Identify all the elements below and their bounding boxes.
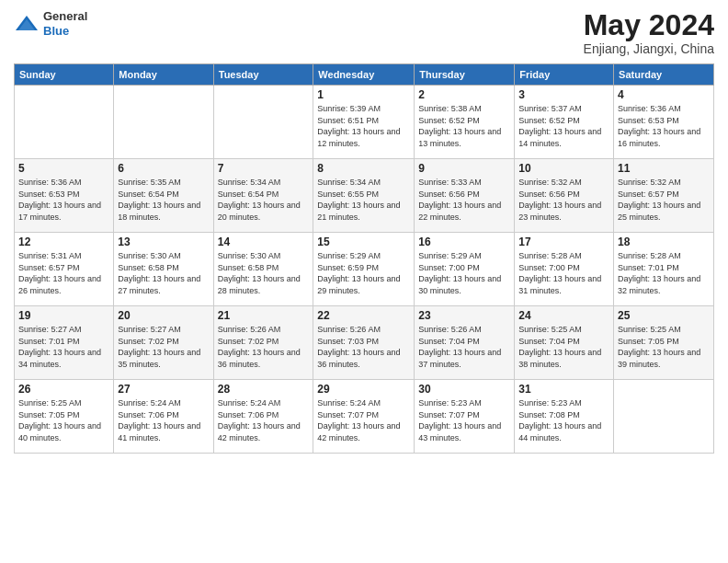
cell-3-6: 25Sunrise: 5:25 AM Sunset: 7:05 PM Dayli… bbox=[614, 306, 714, 380]
cell-4-2: 28Sunrise: 5:24 AM Sunset: 7:06 PM Dayli… bbox=[213, 380, 313, 454]
col-monday: Monday bbox=[114, 64, 213, 86]
day-info: Sunrise: 5:24 AM Sunset: 7:07 PM Dayligh… bbox=[317, 397, 410, 443]
day-number: 3 bbox=[518, 88, 609, 101]
cell-1-5: 10Sunrise: 5:32 AM Sunset: 6:56 PM Dayli… bbox=[515, 159, 614, 233]
cell-0-6: 4Sunrise: 5:36 AM Sunset: 6:53 PM Daylig… bbox=[614, 86, 714, 159]
day-info: Sunrise: 5:32 AM Sunset: 6:56 PM Dayligh… bbox=[518, 177, 609, 223]
day-number: 27 bbox=[118, 383, 209, 396]
title-block: May 2024 Enjiang, Jiangxi, China bbox=[584, 9, 714, 56]
day-number: 20 bbox=[118, 309, 209, 322]
cell-4-4: 30Sunrise: 5:23 AM Sunset: 7:07 PM Dayli… bbox=[415, 380, 515, 454]
cell-0-1 bbox=[114, 86, 213, 159]
day-info: Sunrise: 5:38 AM Sunset: 6:52 PM Dayligh… bbox=[418, 103, 510, 149]
cell-0-2 bbox=[213, 86, 313, 159]
day-info: Sunrise: 5:26 AM Sunset: 7:02 PM Dayligh… bbox=[218, 324, 310, 370]
day-info: Sunrise: 5:27 AM Sunset: 7:01 PM Dayligh… bbox=[18, 324, 109, 370]
day-info: Sunrise: 5:30 AM Sunset: 6:58 PM Dayligh… bbox=[218, 250, 310, 296]
day-info: Sunrise: 5:37 AM Sunset: 6:52 PM Dayligh… bbox=[518, 103, 609, 149]
day-info: Sunrise: 5:24 AM Sunset: 7:06 PM Dayligh… bbox=[218, 397, 310, 443]
cell-4-6 bbox=[614, 380, 714, 454]
day-number: 5 bbox=[18, 162, 109, 175]
day-number: 31 bbox=[518, 383, 609, 396]
cell-2-2: 14Sunrise: 5:30 AM Sunset: 6:58 PM Dayli… bbox=[213, 233, 313, 306]
cell-2-4: 16Sunrise: 5:29 AM Sunset: 7:00 PM Dayli… bbox=[415, 233, 515, 306]
cell-4-3: 29Sunrise: 5:24 AM Sunset: 7:07 PM Dayli… bbox=[313, 380, 415, 454]
col-thursday: Thursday bbox=[415, 64, 515, 86]
week-row-2: 12Sunrise: 5:31 AM Sunset: 6:57 PM Dayli… bbox=[15, 233, 714, 306]
cell-3-5: 24Sunrise: 5:25 AM Sunset: 7:04 PM Dayli… bbox=[515, 306, 614, 380]
cell-1-1: 6Sunrise: 5:35 AM Sunset: 6:54 PM Daylig… bbox=[114, 159, 213, 233]
day-info: Sunrise: 5:25 AM Sunset: 7:05 PM Dayligh… bbox=[618, 324, 710, 370]
day-info: Sunrise: 5:24 AM Sunset: 7:06 PM Dayligh… bbox=[118, 397, 209, 443]
day-info: Sunrise: 5:34 AM Sunset: 6:55 PM Dayligh… bbox=[317, 177, 410, 223]
day-info: Sunrise: 5:27 AM Sunset: 7:02 PM Dayligh… bbox=[118, 324, 209, 370]
day-number: 19 bbox=[18, 309, 109, 322]
logo-text: General Blue bbox=[43, 9, 87, 38]
cell-2-0: 12Sunrise: 5:31 AM Sunset: 6:57 PM Dayli… bbox=[15, 233, 114, 306]
day-number: 6 bbox=[118, 162, 209, 175]
day-info: Sunrise: 5:28 AM Sunset: 7:00 PM Dayligh… bbox=[518, 250, 609, 296]
day-info: Sunrise: 5:28 AM Sunset: 7:01 PM Dayligh… bbox=[618, 250, 710, 296]
cell-2-3: 15Sunrise: 5:29 AM Sunset: 6:59 PM Dayli… bbox=[313, 233, 415, 306]
cell-1-3: 8Sunrise: 5:34 AM Sunset: 6:55 PM Daylig… bbox=[313, 159, 415, 233]
cell-1-4: 9Sunrise: 5:33 AM Sunset: 6:56 PM Daylig… bbox=[415, 159, 515, 233]
day-info: Sunrise: 5:29 AM Sunset: 7:00 PM Dayligh… bbox=[418, 250, 510, 296]
day-info: Sunrise: 5:33 AM Sunset: 6:56 PM Dayligh… bbox=[418, 177, 510, 223]
col-friday: Friday bbox=[515, 64, 614, 86]
cell-4-5: 31Sunrise: 5:23 AM Sunset: 7:08 PM Dayli… bbox=[515, 380, 614, 454]
cell-4-1: 27Sunrise: 5:24 AM Sunset: 7:06 PM Dayli… bbox=[114, 380, 213, 454]
calendar-page: General Blue May 2024 Enjiang, Jiangxi, … bbox=[0, 0, 728, 563]
day-number: 4 bbox=[618, 88, 710, 101]
logo: General Blue bbox=[14, 9, 87, 38]
day-number: 17 bbox=[518, 236, 609, 248]
cell-0-0 bbox=[15, 86, 114, 159]
day-number: 28 bbox=[218, 383, 310, 396]
logo-icon bbox=[14, 14, 40, 34]
day-info: Sunrise: 5:35 AM Sunset: 6:54 PM Dayligh… bbox=[118, 177, 209, 223]
location: Enjiang, Jiangxi, China bbox=[584, 41, 714, 56]
cell-3-1: 20Sunrise: 5:27 AM Sunset: 7:02 PM Dayli… bbox=[114, 306, 213, 380]
day-info: Sunrise: 5:23 AM Sunset: 7:08 PM Dayligh… bbox=[518, 397, 609, 443]
day-number: 2 bbox=[418, 88, 510, 101]
day-info: Sunrise: 5:36 AM Sunset: 6:53 PM Dayligh… bbox=[18, 177, 109, 223]
day-info: Sunrise: 5:26 AM Sunset: 7:04 PM Dayligh… bbox=[418, 324, 510, 370]
week-row-0: 1Sunrise: 5:39 AM Sunset: 6:51 PM Daylig… bbox=[15, 86, 714, 159]
cell-2-1: 13Sunrise: 5:30 AM Sunset: 6:58 PM Dayli… bbox=[114, 233, 213, 306]
day-info: Sunrise: 5:36 AM Sunset: 6:53 PM Dayligh… bbox=[618, 103, 710, 149]
cell-1-6: 11Sunrise: 5:32 AM Sunset: 6:57 PM Dayli… bbox=[614, 159, 714, 233]
day-number: 12 bbox=[18, 236, 109, 248]
day-number: 29 bbox=[317, 383, 410, 396]
day-info: Sunrise: 5:34 AM Sunset: 6:54 PM Dayligh… bbox=[218, 177, 310, 223]
day-info: Sunrise: 5:39 AM Sunset: 6:51 PM Dayligh… bbox=[317, 103, 410, 149]
col-wednesday: Wednesday bbox=[313, 64, 415, 86]
week-row-3: 19Sunrise: 5:27 AM Sunset: 7:01 PM Dayli… bbox=[15, 306, 714, 380]
day-number: 11 bbox=[618, 162, 710, 175]
week-row-4: 26Sunrise: 5:25 AM Sunset: 7:05 PM Dayli… bbox=[15, 380, 714, 454]
col-sunday: Sunday bbox=[15, 64, 114, 86]
day-number: 24 bbox=[518, 309, 609, 322]
day-number: 25 bbox=[618, 309, 710, 322]
cell-1-2: 7Sunrise: 5:34 AM Sunset: 6:54 PM Daylig… bbox=[213, 159, 313, 233]
header-row: Sunday Monday Tuesday Wednesday Thursday… bbox=[15, 64, 714, 86]
day-number: 7 bbox=[218, 162, 310, 175]
day-number: 16 bbox=[418, 236, 510, 248]
day-number: 30 bbox=[418, 383, 510, 396]
cell-2-5: 17Sunrise: 5:28 AM Sunset: 7:00 PM Dayli… bbox=[515, 233, 614, 306]
day-number: 10 bbox=[518, 162, 609, 175]
logo-general: General bbox=[43, 9, 87, 23]
calendar-table: Sunday Monday Tuesday Wednesday Thursday… bbox=[14, 63, 714, 454]
day-info: Sunrise: 5:25 AM Sunset: 7:05 PM Dayligh… bbox=[18, 397, 109, 443]
cell-1-0: 5Sunrise: 5:36 AM Sunset: 6:53 PM Daylig… bbox=[15, 159, 114, 233]
day-number: 13 bbox=[118, 236, 209, 248]
cell-4-0: 26Sunrise: 5:25 AM Sunset: 7:05 PM Dayli… bbox=[15, 380, 114, 454]
cell-3-4: 23Sunrise: 5:26 AM Sunset: 7:04 PM Dayli… bbox=[415, 306, 515, 380]
header: General Blue May 2024 Enjiang, Jiangxi, … bbox=[14, 9, 714, 56]
day-number: 14 bbox=[218, 236, 310, 248]
day-info: Sunrise: 5:26 AM Sunset: 7:03 PM Dayligh… bbox=[317, 324, 410, 370]
col-tuesday: Tuesday bbox=[213, 64, 313, 86]
cell-3-0: 19Sunrise: 5:27 AM Sunset: 7:01 PM Dayli… bbox=[15, 306, 114, 380]
day-number: 22 bbox=[317, 309, 410, 322]
day-number: 23 bbox=[418, 309, 510, 322]
day-number: 8 bbox=[317, 162, 410, 175]
day-number: 15 bbox=[317, 236, 410, 248]
